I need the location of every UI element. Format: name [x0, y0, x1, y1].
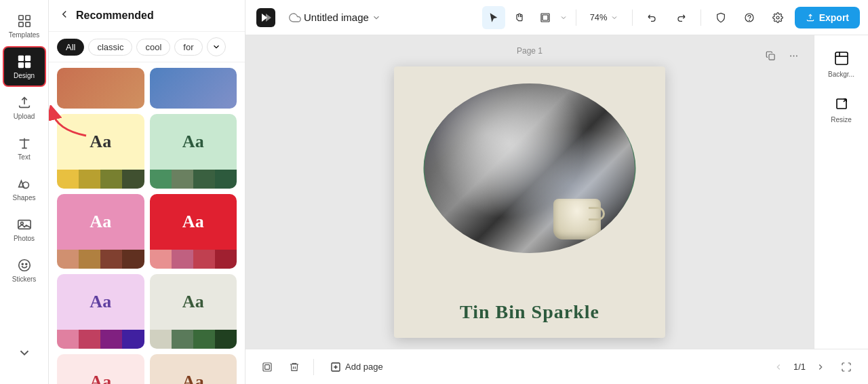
svg-point-19	[776, 16, 779, 19]
filter-tab-all[interactable]: All	[57, 39, 84, 56]
sidebar-item-shapes[interactable]: Shapes	[3, 168, 46, 209]
style-card-2[interactable]: Aa	[150, 114, 237, 189]
style-card-7[interactable]: Aa	[57, 354, 144, 384]
frame-tool-button[interactable]	[534, 6, 557, 29]
style-card-1[interactable]: Aa	[57, 114, 144, 189]
svg-point-11	[18, 259, 30, 271]
sidebar-item-upload-label: Upload	[14, 113, 35, 120]
sidebar-item-stickers[interactable]: Stickers	[3, 250, 46, 290]
divider-2	[632, 9, 633, 26]
settings-icon	[772, 12, 783, 23]
doc-title-area[interactable]: Untitled image	[283, 9, 387, 26]
next-page-button[interactable]	[811, 358, 830, 377]
sidebar-item-text[interactable]: Text	[3, 128, 46, 168]
frame-icon	[540, 12, 551, 23]
chevron-down-icon	[372, 13, 381, 22]
right-panel-background-label: Backgr...	[828, 71, 854, 78]
sidebar-item-design[interactable]: Design	[3, 46, 46, 87]
cloud-icon	[289, 12, 301, 24]
background-icon	[833, 50, 850, 66]
svg-point-18	[749, 20, 749, 20]
redo-icon	[675, 12, 686, 23]
style-card-3[interactable]: Aa	[57, 194, 144, 269]
sidebar-left: Templates Design Upload Text Shapes	[0, 0, 49, 384]
copy-icon	[766, 51, 776, 61]
svg-rect-27	[263, 363, 271, 371]
svg-rect-4	[18, 55, 23, 60]
help-button[interactable]	[738, 6, 761, 29]
settings-button[interactable]	[766, 6, 789, 29]
add-page-button[interactable]: Add page	[322, 358, 391, 377]
sidebar-item-design-label: Design	[14, 72, 35, 79]
svg-point-23	[795, 55, 797, 56]
right-panel: Backgr... Resize	[814, 35, 868, 349]
resize-icon	[833, 96, 850, 112]
add-page-label: Add page	[345, 362, 383, 372]
svg-rect-2	[18, 22, 22, 26]
left-panel: Recommended All classic cool for Aa	[49, 0, 245, 384]
doc-title: Untitled image	[304, 12, 369, 23]
panel-header: Recommended	[49, 0, 245, 32]
chevron-down-icon	[17, 345, 32, 360]
svg-rect-28	[265, 364, 270, 369]
hand-tool-button[interactable]	[508, 6, 531, 29]
sidebar-item-templates[interactable]: Templates	[3, 5, 46, 46]
undo-button[interactable]	[641, 6, 664, 29]
cursor-icon	[488, 12, 499, 23]
upload-icon	[806, 13, 815, 22]
svg-rect-7	[24, 62, 30, 67]
svg-point-12	[22, 263, 23, 265]
toolbar-tools	[482, 6, 568, 29]
bottom-divider	[313, 359, 314, 375]
sidebar-item-photos-label: Photos	[14, 235, 35, 242]
sidebar-item-photos[interactable]: Photos	[3, 209, 46, 250]
more-icon	[789, 51, 799, 61]
redo-button[interactable]	[669, 6, 692, 29]
trash-button[interactable]	[283, 356, 305, 378]
style-grid: Aa Aa Aa	[49, 62, 245, 384]
prev-page-button[interactable]	[769, 358, 788, 377]
filter-tab-cool[interactable]: cool	[136, 39, 170, 56]
right-panel-background[interactable]: Backgr...	[818, 43, 865, 83]
filter-tab-classic[interactable]: classic	[88, 39, 132, 56]
undo-icon	[647, 12, 658, 23]
page-label: Page 1	[517, 46, 542, 56]
right-panel-resize[interactable]: Resize	[818, 89, 865, 129]
page-actions	[761, 46, 803, 65]
style-card-8[interactable]: Aa	[150, 354, 237, 384]
chevron-right-icon	[816, 362, 825, 372]
frame-bottom-button[interactable]	[256, 356, 278, 378]
style-card-partial-1[interactable]	[57, 68, 144, 109]
top-toolbar: Untitled image	[245, 0, 868, 35]
svg-rect-20	[769, 54, 774, 60]
trash-icon	[289, 362, 300, 372]
filter-more-button[interactable]	[207, 37, 226, 56]
fullscreen-icon	[841, 362, 852, 372]
filter-tabs: All classic cool for	[49, 32, 245, 62]
style-card-partial-2[interactable]	[150, 68, 237, 109]
canvas-title: Tin Bin Sparkle	[460, 301, 599, 322]
page-indicator: 1/1	[793, 362, 806, 372]
shield-button[interactable]	[709, 6, 732, 29]
export-button[interactable]: Export	[795, 7, 860, 28]
chevron-down-icon	[559, 14, 568, 22]
sidebar-item-upload[interactable]: Upload	[3, 87, 46, 128]
style-card-6[interactable]: Aa	[150, 274, 237, 349]
back-button[interactable]	[58, 8, 71, 23]
fullscreen-button[interactable]	[835, 356, 857, 378]
style-card-5[interactable]: Aa	[57, 274, 144, 349]
sidebar-more-button[interactable]	[3, 332, 46, 373]
design-icon	[17, 54, 32, 69]
select-tool-button[interactable]	[482, 6, 505, 29]
hand-icon	[514, 12, 525, 23]
zoom-button[interactable]: 74%	[585, 9, 624, 25]
upload-icon	[17, 95, 32, 110]
svg-point-13	[25, 263, 26, 265]
svg-rect-6	[18, 62, 23, 67]
page-nav: 1/1	[769, 358, 830, 377]
filter-tab-for[interactable]: for	[174, 39, 202, 56]
style-card-4[interactable]: Aa	[150, 194, 237, 269]
sidebar-item-shapes-label: Shapes	[13, 194, 36, 201]
copy-page-button[interactable]	[761, 46, 780, 65]
more-page-button[interactable]	[784, 46, 803, 65]
